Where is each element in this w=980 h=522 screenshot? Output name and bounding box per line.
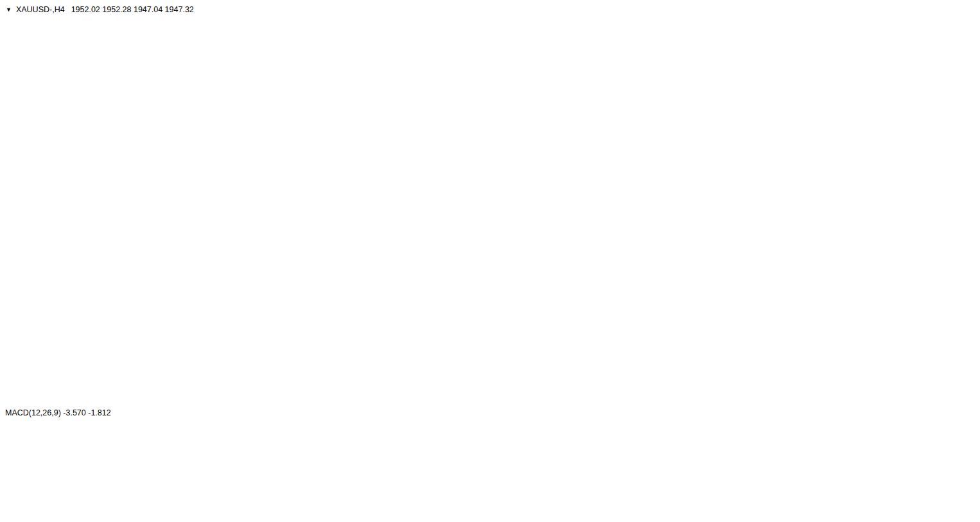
- symbol-period-label: XAUUSD-,H4: [16, 5, 65, 14]
- ohlc-quote: 1952.02 1952.28 1947.04 1947.32: [71, 5, 194, 14]
- chart-canvas[interactable]: [0, 0, 980, 522]
- symbol-dropdown-icon[interactable]: ▼: [6, 7, 12, 13]
- chart-window: ▼ XAUUSD-,H4 1952.02 1952.28 1947.04 194…: [0, 0, 980, 522]
- macd-indicator-label: MACD(12,26,9) -3.570 -1.812: [5, 408, 111, 417]
- quote-bar: ▼ XAUUSD-,H4 1952.02 1952.28 1947.04 194…: [6, 5, 194, 14]
